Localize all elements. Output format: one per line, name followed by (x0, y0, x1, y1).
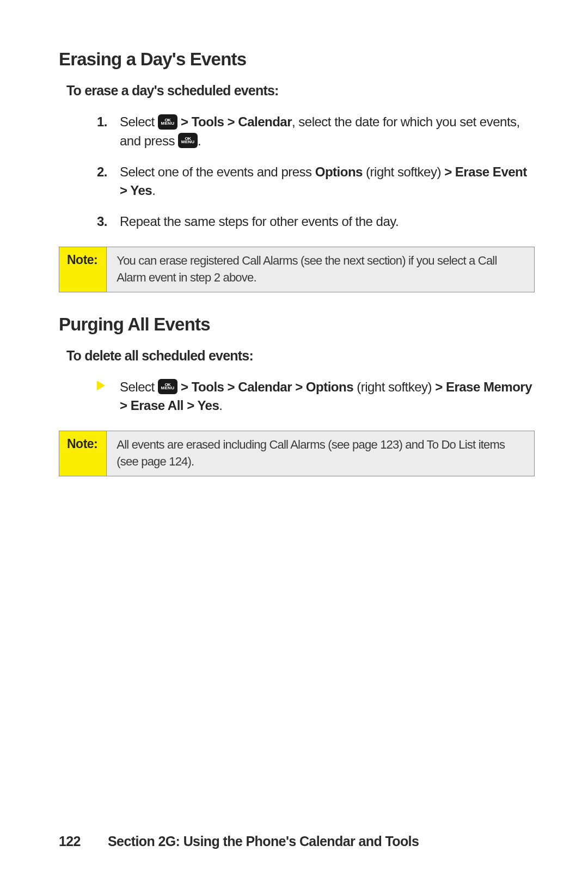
step-text: Repeat the same steps for other events o… (120, 214, 399, 229)
note-box: Note: All events are erased including Ca… (59, 431, 535, 476)
step-number: 1. (97, 113, 107, 132)
note-body: You can erase registered Call Alarms (se… (107, 247, 534, 292)
menu-ok-key-icon (158, 379, 177, 394)
subheading-delete-all: To delete all scheduled events: (66, 348, 535, 364)
steps-erase-day: 1. Select > Tools > Calendar, select the… (59, 113, 535, 231)
page-number: 122 (59, 834, 108, 849)
bullet-text: . (219, 398, 222, 413)
subheading-erase-day: To erase a day's scheduled events: (66, 83, 535, 99)
bullet-text: (right softkey) (353, 379, 435, 394)
step-1: 1. Select > Tools > Calendar, select the… (97, 113, 535, 151)
triangle-bullet-icon (97, 381, 105, 390)
step-bold: Options (315, 164, 363, 179)
step-text: . (198, 133, 201, 148)
note-label: Note: (59, 247, 107, 292)
bullet-item: Select > Tools > Calendar > Options (rig… (97, 378, 535, 416)
step-text: Select one of the events and press (120, 164, 315, 179)
bullet-text: Select (120, 379, 158, 394)
step-3: 3. Repeat the same steps for other event… (97, 212, 535, 231)
step-2: 2. Select one of the events and press Op… (97, 163, 535, 201)
step-text: (right softkey) (363, 164, 444, 179)
menu-ok-key-icon (158, 114, 177, 130)
bullet-list-purge: Select > Tools > Calendar > Options (rig… (59, 378, 535, 416)
page-footer: 122 Section 2G: Using the Phone's Calend… (59, 834, 535, 849)
step-bold: > Tools > Calendar (177, 114, 292, 129)
heading-purging-all-events: Purging All Events (59, 314, 535, 335)
note-body: All events are erased including Call Ala… (107, 431, 534, 476)
footer-section-title: Section 2G: Using the Phone's Calendar a… (108, 834, 419, 849)
step-number: 2. (97, 163, 107, 182)
step-text: . (152, 183, 155, 198)
bullet-bold: > Tools > Calendar > Options (177, 379, 353, 394)
note-label: Note: (59, 431, 107, 476)
manual-page: Erasing a Day's Events To erase a day's … (0, 0, 588, 476)
step-text: Select (120, 114, 158, 129)
heading-erasing-days-events: Erasing a Day's Events (59, 49, 535, 70)
step-number: 3. (97, 212, 107, 231)
menu-ok-key-icon (178, 133, 198, 148)
note-box: Note: You can erase registered Call Alar… (59, 247, 535, 292)
